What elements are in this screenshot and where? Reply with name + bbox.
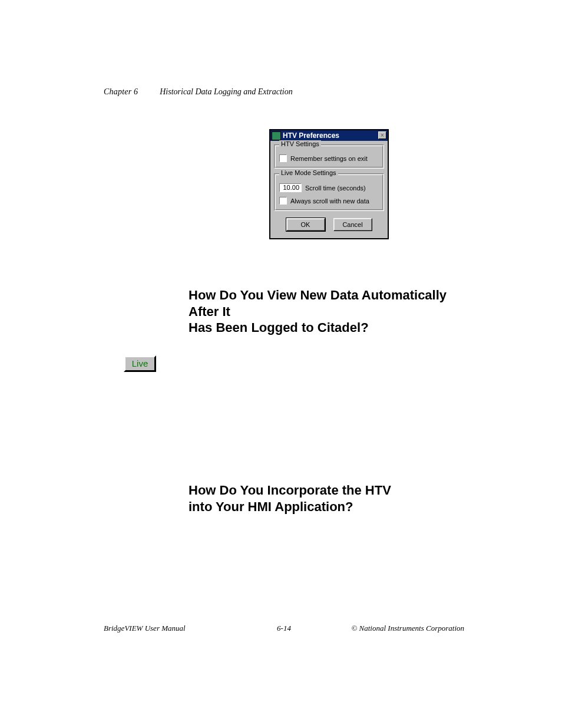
page-header: Chapter 6 Historical Data Logging and Ex… (104, 87, 293, 97)
ok-button[interactable]: OK (286, 218, 325, 231)
section-heading-1: How Do You View New Data Automatically A… (189, 287, 465, 336)
app-icon (272, 131, 281, 140)
heading-line: Has Been Logged to Citadel? (189, 320, 369, 335)
chapter-label: Chapter 6 (104, 87, 138, 96)
htv-settings-group: HTV Settings Remember settings on exit (274, 144, 384, 169)
always-scroll-label: Always scroll with new data (290, 197, 369, 205)
footer-center: 6-14 (104, 624, 464, 633)
group-label: Live Mode Settings (279, 169, 338, 176)
chapter-title: Historical Data Logging and Extraction (160, 87, 293, 96)
page-footer: BridgeVIEW User Manual 6-14 © National I… (104, 624, 464, 633)
heading-line: How Do You Incorporate the HTV (189, 483, 391, 498)
live-button[interactable]: Live (124, 355, 156, 372)
close-icon[interactable]: × (378, 131, 386, 139)
group-label: HTV Settings (279, 140, 321, 147)
heading-line: How Do You View New Data Automatically A… (189, 288, 447, 319)
cancel-button[interactable]: Cancel (333, 218, 372, 231)
remember-settings-checkbox[interactable] (279, 154, 287, 162)
section-heading-2: How Do You Incorporate the HTV into Your… (189, 482, 465, 515)
dialog-title: HTV Preferences (283, 131, 339, 140)
htv-preferences-dialog: HTV Preferences × HTV Settings Remember … (269, 129, 389, 239)
scroll-time-label: Scroll time (seconds) (305, 185, 366, 192)
scroll-time-input[interactable]: 10.00 (279, 183, 302, 192)
dialog-titlebar[interactable]: HTV Preferences × (270, 130, 388, 141)
remember-settings-label: Remember settings on exit (290, 155, 368, 162)
heading-line: into Your HMI Application? (189, 499, 353, 514)
always-scroll-checkbox[interactable] (279, 197, 287, 205)
live-mode-settings-group: Live Mode Settings 10.00 Scroll time (se… (274, 173, 384, 211)
